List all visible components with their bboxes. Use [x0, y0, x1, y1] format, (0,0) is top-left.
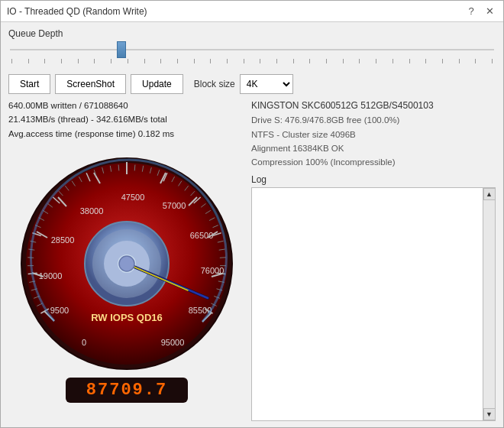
- log-label: Log: [251, 174, 496, 185]
- main-area: 640.00MB written / 671088640 21.413MB/s …: [8, 99, 496, 421]
- title-bar: IO - Threaded QD (Random Write) ? ✕: [1, 1, 503, 22]
- screenshot-button[interactable]: ScreenShot: [55, 74, 126, 94]
- log-scrollbar: ▲ ▼: [483, 188, 495, 420]
- slider-line: [10, 49, 494, 50]
- scroll-down-button[interactable]: ▼: [483, 408, 496, 420]
- svg-text:RW IOPS QD16: RW IOPS QD16: [91, 312, 163, 323]
- drive-ntfs: NTFS - Cluster size 4096B: [251, 128, 496, 141]
- svg-point-84: [119, 256, 134, 271]
- drive-alignment: Alignment 16384KB OK: [251, 141, 496, 155]
- svg-text:0: 0: [82, 338, 86, 347]
- window-title: IO - Threaded QD (Random Write): [7, 6, 147, 17]
- svg-text:47500: 47500: [121, 193, 145, 202]
- svg-text:66500: 66500: [190, 231, 214, 240]
- svg-line-51: [134, 165, 135, 171]
- drive-free: Drive S: 476.9/476.8GB free (100.0%): [251, 113, 496, 127]
- drive-compression: Compression 100% (Incompressible): [251, 155, 496, 169]
- stats-speed: 21.413MB/s (thread) - 342.616MB/s total: [8, 112, 245, 126]
- queue-depth-section: Queue Depth: [8, 28, 496, 63]
- gauge-value-display: 87709.7: [66, 378, 188, 403]
- svg-text:28500: 28500: [51, 235, 75, 245]
- title-buttons: ? ✕: [464, 4, 497, 19]
- scroll-up-button[interactable]: ▲: [483, 188, 496, 200]
- main-window: IO - Threaded QD (Random Write) ? ✕ Queu…: [0, 0, 504, 428]
- block-size-label: Block size: [194, 79, 235, 89]
- svg-line-68: [220, 258, 226, 258]
- svg-text:57000: 57000: [163, 201, 186, 210]
- queue-depth-slider[interactable]: [117, 41, 126, 58]
- slider-ticks: [10, 59, 494, 63]
- content-area: Queue Depth Star: [1, 22, 503, 427]
- help-button[interactable]: ?: [464, 4, 479, 19]
- svg-text:95000: 95000: [161, 338, 185, 347]
- stats-written: 640.00MB written / 671088640: [8, 99, 245, 112]
- start-button[interactable]: Start: [8, 74, 50, 94]
- log-area: ▲ ▼: [251, 187, 496, 421]
- drive-name: KINGSTON SKC600512G 512GB/S4500103: [251, 99, 496, 113]
- gauge-wrapper: 0 9500 19000 28500 38000 47500 57000: [12, 145, 241, 374]
- stats-avg-access: Avg.access time (response time) 0.182 ms: [8, 127, 245, 141]
- scroll-track: [483, 200, 495, 408]
- gauge-svg: 0 9500 19000 28500 38000 47500 57000: [12, 145, 241, 374]
- gauge-section: 640.00MB written / 671088640 21.413MB/s …: [8, 99, 245, 421]
- queue-depth-label: Queue Depth: [8, 28, 496, 39]
- close-button[interactable]: ✕: [482, 4, 497, 19]
- toolbar: Start ScreenShot Update Block size 4K 8K…: [8, 74, 496, 94]
- svg-text:9500: 9500: [50, 306, 69, 315]
- slider-container: [8, 42, 496, 63]
- right-panel: KINGSTON SKC600512G 512GB/S4500103 Drive…: [251, 99, 496, 421]
- block-size-select[interactable]: 4K 8K 16K 32K 64K 128K 256K 512K 1M: [240, 74, 293, 94]
- slider-track: [10, 42, 494, 57]
- svg-line-49: [118, 165, 119, 171]
- drive-info: KINGSTON SKC600512G 512GB/S4500103 Drive…: [251, 99, 496, 170]
- stats-text: 640.00MB written / 671088640 21.413MB/s …: [8, 99, 245, 141]
- update-button[interactable]: Update: [131, 74, 183, 94]
- svg-text:38000: 38000: [80, 206, 104, 216]
